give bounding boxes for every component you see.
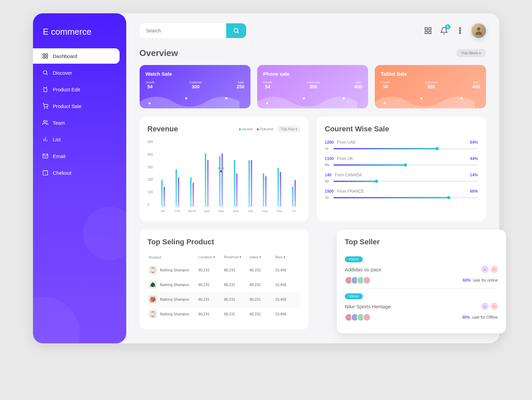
- top-products-panel: Top Seling Product Product Location ▾ Re…: [140, 230, 309, 329]
- legend-income: Income: [242, 127, 253, 131]
- search-input[interactable]: [140, 23, 226, 38]
- svg-point-4: [43, 71, 47, 74]
- topbar: 6: [140, 23, 486, 38]
- svg-rect-1: [46, 54, 47, 55]
- svg-point-27: [185, 97, 187, 99]
- svg-point-22: [459, 28, 461, 29]
- overview-title: Overview: [140, 48, 178, 58]
- product-thumb: 🎒: [149, 295, 157, 303]
- seller-title: Nike Sports Heritage: [345, 304, 391, 309]
- twitter-icon[interactable]: 𝕩: [481, 303, 489, 310]
- table-row[interactable]: 🧥Bathing Shampoo80,23180,23180,23115,456: [148, 277, 301, 292]
- nav-label: Product Edit: [53, 87, 80, 92]
- nav-item-discover[interactable]: Discover: [33, 65, 126, 80]
- today-tag: TODAY: [345, 256, 363, 262]
- grid-icon[interactable]: [423, 26, 433, 35]
- table-row[interactable]: ⌚Bathing Shampoo80,23180,23180,23115,456: [148, 263, 301, 277]
- svg-point-30: [303, 97, 305, 99]
- nav-item-product-edit[interactable]: Product Edit: [33, 82, 126, 97]
- revenue-chart: 5004003002001000 JanFebMarchApril25.6kMa…: [148, 140, 301, 213]
- search-box: [140, 23, 246, 38]
- top-seller-item: TODAY Nike Sports Heritage 𝕩in 30% sale …: [345, 289, 498, 325]
- brand-title: E commerce: [33, 27, 126, 47]
- bar-group: 25.6kMay: [215, 153, 228, 207]
- avatar[interactable]: [471, 23, 486, 38]
- nav-label: Dashboard: [53, 53, 77, 59]
- svg-point-26: [149, 102, 151, 104]
- svg-point-29: [266, 102, 268, 104]
- country-sale-item: 1200 From UAE54% Ja: [325, 140, 478, 150]
- notification-badge: 6: [445, 24, 450, 29]
- svg-point-32: [384, 102, 386, 104]
- revenue-title: Revenue: [148, 125, 178, 133]
- country-sale-title: Courent Wise Sale: [325, 125, 478, 133]
- stat-card[interactable]: Watch SaleGrouth54Customar300Sale250: [140, 65, 251, 108]
- stat-card[interactable]: Tablet SaleGrouth54Customar300Sale400: [375, 65, 486, 108]
- nav-icon: [42, 53, 48, 59]
- linkedin-icon[interactable]: in: [491, 266, 498, 273]
- product-thumb: ⌚: [149, 266, 157, 274]
- svg-point-24: [459, 32, 461, 34]
- table-row[interactable]: ⌚Bathing Shampoo80,23180,23180,23115,456: [148, 307, 301, 321]
- svg-point-7: [47, 108, 48, 109]
- more-icon[interactable]: [455, 26, 465, 35]
- nav-icon: [42, 153, 48, 159]
- avatars-stack[interactable]: [345, 313, 371, 321]
- card-wave-icon: [140, 88, 240, 108]
- nav-item-team[interactable]: Team: [33, 115, 126, 130]
- nav-icon: [42, 70, 48, 76]
- country-sale-panel: Courent Wise Sale 1200 From UAE54% Ja110…: [317, 117, 486, 221]
- nav-label: Team: [53, 120, 65, 126]
- top-products-title: Top Seling Product: [148, 238, 301, 246]
- card-title: Watch Sale: [146, 71, 245, 77]
- today-tag: TODAY: [345, 293, 363, 299]
- svg-rect-21: [429, 31, 431, 34]
- search-button[interactable]: [226, 23, 246, 38]
- card-wave-icon: [375, 88, 475, 108]
- svg-rect-18: [425, 28, 427, 30]
- nav-item-product-sale[interactable]: Product Sale: [33, 98, 126, 114]
- legend-outcome: Outcome: [260, 127, 273, 131]
- year-filter[interactable]: This Year ▾: [277, 126, 300, 132]
- svg-point-8: [43, 120, 45, 122]
- nav-item-dashboard[interactable]: Dashboard: [33, 48, 120, 64]
- sidebar: E commerce DashboardDiscoverProduct Edit…: [33, 13, 126, 343]
- nav-icon: [42, 170, 48, 176]
- bar-group: July: [244, 160, 257, 207]
- nav-item-list[interactable]: List: [33, 132, 126, 147]
- bar-group: April: [200, 153, 213, 207]
- nav-icon: [42, 86, 48, 92]
- nav-label: Product Sale: [53, 103, 82, 109]
- svg-rect-13: [43, 171, 48, 175]
- avatars-stack[interactable]: [345, 276, 371, 284]
- country-sale-item: 1100 From UK44% Ma: [325, 156, 478, 167]
- svg-rect-3: [46, 57, 47, 58]
- top-seller-item: TODAY Addidas vs pace 𝕩in 60% sale for o…: [345, 252, 498, 289]
- country-sale-item: 1500 From FRANCE60% Se: [325, 189, 478, 199]
- linkedin-icon[interactable]: in: [491, 303, 498, 310]
- bar-group: Aug: [258, 173, 271, 207]
- svg-point-28: [225, 97, 227, 99]
- chart-tooltip: 25.6k: [218, 167, 225, 172]
- svg-point-34: [460, 97, 462, 99]
- product-thumb: ⌚: [149, 310, 157, 318]
- nav-label: Email: [53, 153, 66, 159]
- svg-point-33: [420, 97, 422, 99]
- product-thumb: 🧥: [149, 281, 157, 289]
- svg-point-25: [477, 27, 480, 31]
- week-filter[interactable]: This Week ▾: [456, 49, 486, 57]
- svg-point-31: [343, 97, 345, 99]
- nav-icon: [42, 103, 48, 109]
- nav-item-email[interactable]: Email: [33, 148, 126, 164]
- svg-line-17: [237, 32, 239, 33]
- nav-item-chekout[interactable]: Chekout: [33, 165, 126, 180]
- table-row[interactable]: 🎒Bathing Shampoo80,23180,23180,23115,456: [148, 292, 301, 307]
- bar-group: Oct: [287, 180, 300, 207]
- bell-icon[interactable]: 6: [439, 26, 449, 35]
- svg-line-5: [46, 74, 47, 75]
- country-sale-item: 140 From CANADA14% Ap: [325, 173, 478, 183]
- nav-icon: [42, 136, 48, 142]
- stat-card[interactable]: Phone saleGrouth54Customar300Sale400: [257, 65, 368, 108]
- twitter-icon[interactable]: 𝕩: [481, 266, 489, 273]
- table-header: Product Location ▾ Revenue ▾ sales ▾ lik…: [148, 252, 301, 263]
